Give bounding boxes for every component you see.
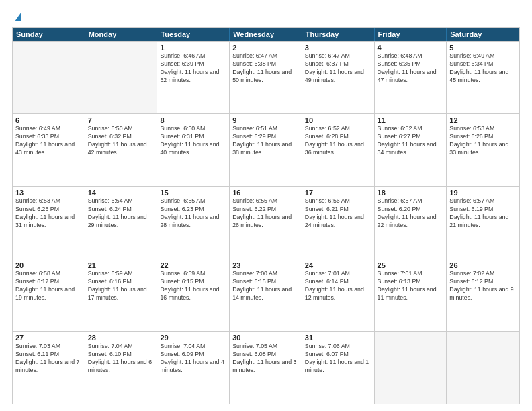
day-number: 28 xyxy=(88,334,154,342)
cell-detail: Sunrise: 7:03 AMSunset: 6:11 PMDaylight:… xyxy=(15,342,82,375)
day-number: 11 xyxy=(378,116,444,124)
day-number: 6 xyxy=(15,116,82,124)
calendar-cell: 3Sunrise: 6:47 AMSunset: 6:37 PMDaylight… xyxy=(302,42,375,113)
logo xyxy=(12,12,21,21)
day-number: 29 xyxy=(160,334,226,342)
cell-detail: Sunrise: 7:04 AMSunset: 6:10 PMDaylight:… xyxy=(88,342,154,375)
calendar-row-1: 1Sunrise: 6:46 AMSunset: 6:39 PMDaylight… xyxy=(13,41,519,113)
cell-detail: Sunrise: 6:50 AMSunset: 6:32 PMDaylight:… xyxy=(88,125,154,157)
day-number: 7 xyxy=(88,116,154,124)
day-number: 2 xyxy=(232,44,299,52)
calendar-cell: 8Sunrise: 6:50 AMSunset: 6:31 PMDaylight… xyxy=(157,114,230,186)
calendar-row-5: 27Sunrise: 7:03 AMSunset: 6:11 PMDayligh… xyxy=(13,331,519,404)
cell-detail: Sunrise: 6:52 AMSunset: 6:28 PMDaylight:… xyxy=(305,125,371,157)
cell-detail: Sunrise: 6:58 AMSunset: 6:17 PMDaylight:… xyxy=(15,270,82,302)
calendar-row-3: 13Sunrise: 6:53 AMSunset: 6:25 PMDayligh… xyxy=(13,186,519,259)
calendar-cell: 27Sunrise: 7:03 AMSunset: 6:11 PMDayligh… xyxy=(13,332,85,404)
cell-detail: Sunrise: 7:01 AMSunset: 6:14 PMDaylight:… xyxy=(305,270,371,302)
header xyxy=(12,12,520,21)
cell-detail: Sunrise: 6:59 AMSunset: 6:15 PMDaylight:… xyxy=(160,270,226,302)
calendar-cell: 17Sunrise: 6:56 AMSunset: 6:21 PMDayligh… xyxy=(302,187,375,259)
day-number: 1 xyxy=(160,44,226,52)
calendar-cell: 18Sunrise: 6:57 AMSunset: 6:20 PMDayligh… xyxy=(375,187,447,259)
day-number: 17 xyxy=(305,189,371,197)
calendar-header: SundayMondayTuesdayWednesdayThursdayFrid… xyxy=(13,28,519,41)
cell-detail: Sunrise: 6:57 AMSunset: 6:20 PMDaylight:… xyxy=(378,197,444,230)
day-header-thursday: Thursday xyxy=(302,28,375,41)
day-number: 14 xyxy=(88,189,154,197)
cell-detail: Sunrise: 6:59 AMSunset: 6:16 PMDaylight:… xyxy=(88,270,154,302)
day-number: 21 xyxy=(88,261,154,269)
cell-detail: Sunrise: 6:53 AMSunset: 6:25 PMDaylight:… xyxy=(15,197,82,230)
cell-detail: Sunrise: 6:54 AMSunset: 6:24 PMDaylight:… xyxy=(88,197,154,230)
day-number: 26 xyxy=(449,261,517,269)
cell-detail: Sunrise: 7:00 AMSunset: 6:15 PMDaylight:… xyxy=(232,270,299,302)
calendar-cell: 11Sunrise: 6:52 AMSunset: 6:27 PMDayligh… xyxy=(375,114,447,186)
day-header-sunday: Sunday xyxy=(13,28,85,41)
day-number: 5 xyxy=(449,44,517,52)
calendar-cell: 5Sunrise: 6:49 AMSunset: 6:34 PMDaylight… xyxy=(447,42,519,113)
day-number: 31 xyxy=(305,334,371,342)
day-header-wednesday: Wednesday xyxy=(230,28,302,41)
cell-detail: Sunrise: 6:46 AMSunset: 6:39 PMDaylight:… xyxy=(160,52,226,85)
cell-detail: Sunrise: 6:47 AMSunset: 6:38 PMDaylight:… xyxy=(232,52,299,85)
calendar-cell: 2Sunrise: 6:47 AMSunset: 6:38 PMDaylight… xyxy=(230,42,302,113)
day-number: 15 xyxy=(160,189,226,197)
calendar-cell xyxy=(375,332,447,404)
calendar-row-2: 6Sunrise: 6:49 AMSunset: 6:33 PMDaylight… xyxy=(13,113,519,186)
day-number: 10 xyxy=(305,116,371,124)
day-number: 30 xyxy=(232,334,299,342)
day-number: 13 xyxy=(15,189,82,197)
cell-detail: Sunrise: 6:57 AMSunset: 6:19 PMDaylight:… xyxy=(449,197,517,230)
day-number: 3 xyxy=(305,44,371,52)
calendar-cell: 29Sunrise: 7:04 AMSunset: 6:09 PMDayligh… xyxy=(157,332,230,404)
cell-detail: Sunrise: 7:01 AMSunset: 6:13 PMDaylight:… xyxy=(378,270,444,302)
day-number: 4 xyxy=(378,44,444,52)
day-header-monday: Monday xyxy=(85,28,158,41)
cell-detail: Sunrise: 7:05 AMSunset: 6:08 PMDaylight:… xyxy=(232,342,299,375)
cell-detail: Sunrise: 6:47 AMSunset: 6:37 PMDaylight:… xyxy=(305,52,371,85)
calendar-row-4: 20Sunrise: 6:58 AMSunset: 6:17 PMDayligh… xyxy=(13,259,519,331)
calendar-cell: 23Sunrise: 7:00 AMSunset: 6:15 PMDayligh… xyxy=(230,259,302,331)
calendar-cell: 14Sunrise: 6:54 AMSunset: 6:24 PMDayligh… xyxy=(85,187,158,259)
calendar-cell: 10Sunrise: 6:52 AMSunset: 6:28 PMDayligh… xyxy=(302,114,375,186)
page: SundayMondayTuesdayWednesdayThursdayFrid… xyxy=(0,0,532,411)
calendar-cell: 15Sunrise: 6:55 AMSunset: 6:23 PMDayligh… xyxy=(157,187,230,259)
day-number: 18 xyxy=(378,189,444,197)
day-number: 27 xyxy=(15,334,82,342)
calendar-cell xyxy=(447,332,519,404)
calendar-cell: 28Sunrise: 7:04 AMSunset: 6:10 PMDayligh… xyxy=(85,332,158,404)
day-number: 25 xyxy=(378,261,444,269)
cell-detail: Sunrise: 6:48 AMSunset: 6:35 PMDaylight:… xyxy=(378,52,444,85)
cell-detail: Sunrise: 6:56 AMSunset: 6:21 PMDaylight:… xyxy=(305,197,371,230)
calendar-cell: 22Sunrise: 6:59 AMSunset: 6:15 PMDayligh… xyxy=(157,259,230,331)
calendar-cell: 31Sunrise: 7:06 AMSunset: 6:07 PMDayligh… xyxy=(302,332,375,404)
day-header-tuesday: Tuesday xyxy=(157,28,230,41)
cell-detail: Sunrise: 6:50 AMSunset: 6:31 PMDaylight:… xyxy=(160,125,226,157)
cell-detail: Sunrise: 7:06 AMSunset: 6:07 PMDaylight:… xyxy=(305,342,371,375)
logo-wing-icon xyxy=(15,12,21,21)
calendar-cell: 12Sunrise: 6:53 AMSunset: 6:26 PMDayligh… xyxy=(447,114,519,186)
calendar-cell: 7Sunrise: 6:50 AMSunset: 6:32 PMDaylight… xyxy=(85,114,158,186)
day-number: 19 xyxy=(449,189,517,197)
day-number: 20 xyxy=(15,261,82,269)
calendar: SundayMondayTuesdayWednesdayThursdayFrid… xyxy=(12,27,520,404)
day-number: 8 xyxy=(160,116,226,124)
cell-detail: Sunrise: 6:55 AMSunset: 6:22 PMDaylight:… xyxy=(232,197,299,230)
day-number: 24 xyxy=(305,261,371,269)
day-number: 9 xyxy=(232,116,299,124)
calendar-cell: 25Sunrise: 7:01 AMSunset: 6:13 PMDayligh… xyxy=(375,259,447,331)
calendar-cell: 16Sunrise: 6:55 AMSunset: 6:22 PMDayligh… xyxy=(230,187,302,259)
cell-detail: Sunrise: 6:52 AMSunset: 6:27 PMDaylight:… xyxy=(378,125,444,157)
calendar-cell: 24Sunrise: 7:01 AMSunset: 6:14 PMDayligh… xyxy=(302,259,375,331)
day-number: 22 xyxy=(160,261,226,269)
cell-detail: Sunrise: 6:49 AMSunset: 6:34 PMDaylight:… xyxy=(449,52,517,85)
cell-detail: Sunrise: 6:49 AMSunset: 6:33 PMDaylight:… xyxy=(15,125,82,157)
cell-detail: Sunrise: 7:04 AMSunset: 6:09 PMDaylight:… xyxy=(160,342,226,375)
day-number: 23 xyxy=(232,261,299,269)
cell-detail: Sunrise: 6:53 AMSunset: 6:26 PMDaylight:… xyxy=(449,125,517,157)
calendar-cell: 6Sunrise: 6:49 AMSunset: 6:33 PMDaylight… xyxy=(13,114,85,186)
calendar-cell: 13Sunrise: 6:53 AMSunset: 6:25 PMDayligh… xyxy=(13,187,85,259)
calendar-body: 1Sunrise: 6:46 AMSunset: 6:39 PMDaylight… xyxy=(13,41,519,404)
calendar-cell xyxy=(85,42,158,113)
